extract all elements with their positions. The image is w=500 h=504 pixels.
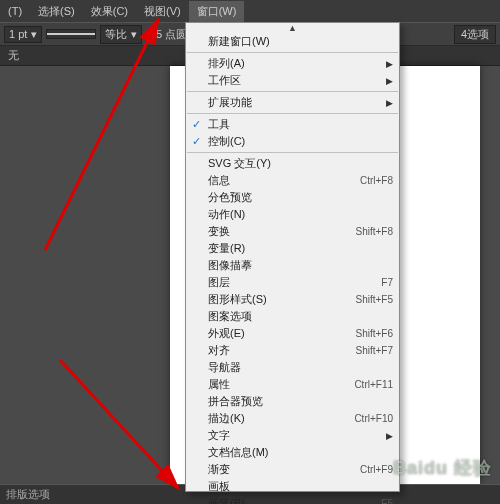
menu-separator bbox=[187, 113, 398, 114]
menu-item-label: 画笔(B) bbox=[208, 496, 381, 504]
menu-item[interactable]: 描边(K)Ctrl+F10 bbox=[186, 410, 399, 427]
menu-item[interactable]: 属性Ctrl+F11 bbox=[186, 376, 399, 393]
menu-item-label: 分色预览 bbox=[208, 190, 393, 205]
menu-item-label: 排列(A) bbox=[208, 56, 386, 71]
menu-item[interactable]: 外观(E)Shift+F6 bbox=[186, 325, 399, 342]
menu-item-shortcut: Ctrl+F9 bbox=[360, 464, 393, 475]
check-icon: ✓ bbox=[192, 135, 201, 148]
menu-item[interactable]: 动作(N) bbox=[186, 206, 399, 223]
menu-item-label: 图像描摹 bbox=[208, 258, 393, 273]
menu-item[interactable]: 变量(R) bbox=[186, 240, 399, 257]
submenu-arrow-icon: ▶ bbox=[386, 431, 393, 441]
menu-item-shortcut: Ctrl+F11 bbox=[354, 379, 393, 390]
menu-item-label: 对齐 bbox=[208, 343, 355, 358]
menu-item[interactable]: 分色预览 bbox=[186, 189, 399, 206]
menu-item-shortcut: Ctrl+F10 bbox=[354, 413, 393, 424]
menu-view[interactable]: 视图(V) bbox=[136, 1, 189, 22]
menu-select[interactable]: 选择(S) bbox=[30, 1, 83, 22]
menu-item-label: 画板 bbox=[208, 479, 393, 494]
menu-item-label: 导航器 bbox=[208, 360, 393, 375]
scale-value: 等比 bbox=[105, 27, 127, 42]
menu-item-label: 拼合器预览 bbox=[208, 394, 393, 409]
status-left: 排版选项 bbox=[6, 487, 50, 502]
menu-item[interactable]: ✓工具 bbox=[186, 116, 399, 133]
menu-item[interactable]: 信息Ctrl+F8 bbox=[186, 172, 399, 189]
menu-scroll-up-icon[interactable]: ▲ bbox=[186, 23, 399, 33]
menu-item[interactable]: 导航器 bbox=[186, 359, 399, 376]
menu-item[interactable]: 扩展功能▶ bbox=[186, 94, 399, 111]
menu-t[interactable]: (T) bbox=[0, 2, 30, 20]
menu-item-label: 控制(C) bbox=[208, 134, 393, 149]
menu-separator bbox=[187, 52, 398, 53]
options-button[interactable]: 4选项 bbox=[454, 25, 496, 44]
menu-item-label: 变量(R) bbox=[208, 241, 393, 256]
menu-item-shortcut: Shift+F7 bbox=[355, 345, 393, 356]
menu-window[interactable]: 窗口(W) bbox=[189, 1, 245, 22]
menu-item[interactable]: 图层F7 bbox=[186, 274, 399, 291]
menu-item-label: 扩展功能 bbox=[208, 95, 386, 110]
menu-item[interactable]: 图形样式(S)Shift+F5 bbox=[186, 291, 399, 308]
menu-item-label: 变换 bbox=[208, 224, 355, 239]
menu-item[interactable]: 文档信息(M) bbox=[186, 444, 399, 461]
menu-item[interactable]: 图像描摹 bbox=[186, 257, 399, 274]
menu-item-shortcut: F5 bbox=[381, 498, 393, 504]
menubar: (T) 选择(S) 效果(C) 视图(V) 窗口(W) bbox=[0, 0, 500, 22]
menu-item-label: 描边(K) bbox=[208, 411, 354, 426]
menu-separator bbox=[187, 91, 398, 92]
scale-select[interactable]: 等比▾ bbox=[100, 25, 142, 44]
menu-effect[interactable]: 效果(C) bbox=[83, 1, 136, 22]
menu-item[interactable]: 工作区▶ bbox=[186, 72, 399, 89]
stroke-weight-value: 1 pt bbox=[9, 28, 27, 40]
menu-item-shortcut: Ctrl+F8 bbox=[360, 175, 393, 186]
menu-item[interactable]: 图案选项 bbox=[186, 308, 399, 325]
menu-item-shortcut: Shift+F5 bbox=[355, 294, 393, 305]
menu-item-label: SVG 交互(Y) bbox=[208, 156, 393, 171]
submenu-arrow-icon: ▶ bbox=[386, 98, 393, 108]
menu-item-label: 新建窗口(W) bbox=[208, 34, 393, 49]
menu-item[interactable]: 对齐Shift+F7 bbox=[186, 342, 399, 359]
window-menu-dropdown: ▲ 新建窗口(W)排列(A)▶工作区▶扩展功能▶✓工具✓控制(C)SVG 交互(… bbox=[185, 22, 400, 492]
menu-item-label: 工具 bbox=[208, 117, 393, 132]
menu-item[interactable]: SVG 交互(Y) bbox=[186, 155, 399, 172]
submenu-arrow-icon: ▶ bbox=[386, 59, 393, 69]
menu-item-label: 图形样式(S) bbox=[208, 292, 355, 307]
stroke-preview[interactable] bbox=[46, 29, 96, 39]
menu-item[interactable]: 文字▶ bbox=[186, 427, 399, 444]
stroke-weight-select[interactable]: 1 pt▾ bbox=[4, 26, 42, 43]
menu-item[interactable]: 排列(A)▶ bbox=[186, 55, 399, 72]
menu-item-label: 外观(E) bbox=[208, 326, 355, 341]
menu-item-shortcut: Shift+F6 bbox=[355, 328, 393, 339]
menu-item-label: 图案选项 bbox=[208, 309, 393, 324]
menu-item[interactable]: 拼合器预览 bbox=[186, 393, 399, 410]
menu-item-label: 渐变 bbox=[208, 462, 360, 477]
menu-item[interactable]: 变换Shift+F8 bbox=[186, 223, 399, 240]
menu-item-label: 属性 bbox=[208, 377, 354, 392]
menu-item-shortcut: F7 bbox=[381, 277, 393, 288]
menu-item[interactable]: 渐变Ctrl+F9 bbox=[186, 461, 399, 478]
menu-item[interactable]: 画板 bbox=[186, 478, 399, 495]
menu-item[interactable]: 新建窗口(W) bbox=[186, 33, 399, 50]
menu-item-label: 文档信息(M) bbox=[208, 445, 393, 460]
menu-item-label: 图层 bbox=[208, 275, 381, 290]
menu-item[interactable]: 画笔(B)F5 bbox=[186, 495, 399, 504]
menu-item-label: 信息 bbox=[208, 173, 360, 188]
menu-separator bbox=[187, 152, 398, 153]
check-icon: ✓ bbox=[192, 118, 201, 131]
menu-item-shortcut: Shift+F8 bbox=[355, 226, 393, 237]
menu-item[interactable]: ✓控制(C) bbox=[186, 133, 399, 150]
submenu-arrow-icon: ▶ bbox=[386, 76, 393, 86]
menu-item-label: 动作(N) bbox=[208, 207, 393, 222]
menu-item-label: 工作区 bbox=[208, 73, 386, 88]
menu-item-label: 文字 bbox=[208, 428, 386, 443]
